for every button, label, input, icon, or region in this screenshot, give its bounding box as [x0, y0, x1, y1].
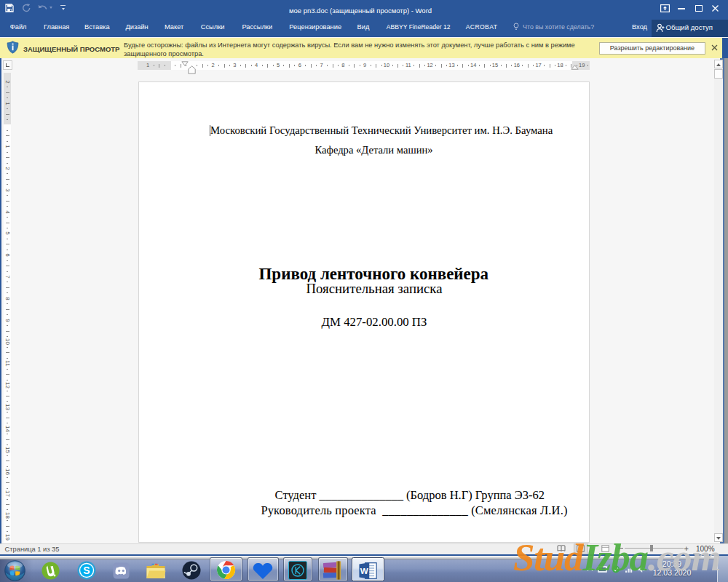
svg-text:S: S — [83, 565, 90, 576]
svg-text:W: W — [360, 566, 368, 575]
